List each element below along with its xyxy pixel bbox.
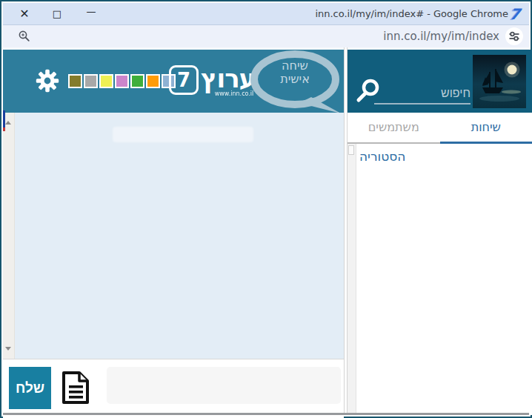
message-composer: שלח: [3, 359, 344, 418]
faint-watermark: [113, 127, 253, 142]
document-attach-button[interactable]: [61, 370, 90, 408]
arutz7-logo: 7 ערוץ www.inn.co.il: [169, 65, 255, 97]
chat-header: 7 ערוץ www.inn.co.il שיחה אישית: [3, 50, 344, 113]
maximize-window-button[interactable]: □: [47, 3, 67, 24]
tune-settings-icon[interactable]: [505, 27, 523, 45]
color-swatch[interactable]: [68, 74, 82, 88]
scroll-down-icon[interactable]: [5, 347, 11, 351]
sidebar-tabs: משתמשים שיחות: [348, 113, 532, 144]
chat-scrollbar[interactable]: [3, 113, 15, 359]
send-button[interactable]: שלח: [9, 367, 51, 409]
arutz7-favicon-icon: 7: [509, 5, 525, 22]
sidebar-scrollbar-thumb[interactable]: [348, 145, 354, 155]
left-edge-accent-blue: [3, 110, 5, 127]
tab-users[interactable]: משתמשים: [348, 113, 440, 144]
url-bar[interactable]: inn.co.il/my/im/index: [3, 25, 529, 48]
address-url[interactable]: inn.co.il/my/im/index: [383, 25, 499, 47]
avatar[interactable]: [473, 55, 526, 108]
sidebar-list: הסטוריה: [348, 144, 532, 415]
settings-gear-icon[interactable]: [36, 69, 59, 96]
search-input[interactable]: [374, 84, 471, 104]
message-input[interactable]: [107, 367, 341, 404]
bubble-line1: שיחה: [264, 59, 326, 73]
document-icon: [61, 370, 90, 405]
scroll-up-icon[interactable]: [5, 121, 11, 125]
title-bar: ✕ □ — inn.co.il/my/im/index# - Google Ch…: [3, 3, 529, 25]
logo-number-box: 7: [169, 65, 199, 95]
sidebar: משתמשים שיחות הסטוריה: [348, 50, 532, 415]
minimize-window-button[interactable]: —: [82, 1, 101, 22]
zoom-search-icon: [18, 30, 30, 45]
bubble-line2: אישית: [264, 73, 326, 86]
tab-chats[interactable]: שיחות: [440, 113, 532, 144]
color-swatch[interactable]: [146, 74, 160, 88]
sidebar-header: [348, 50, 532, 113]
color-swatch[interactable]: [130, 74, 144, 88]
color-palette: [68, 74, 177, 88]
window-title: inn.co.il/my/im/index# - Google Chrome: [315, 3, 508, 24]
browser-window: ✕ □ — inn.co.il/my/im/index# - Google Ch…: [0, 0, 532, 418]
chat-message-area: [3, 113, 344, 359]
color-swatch[interactable]: [115, 74, 129, 88]
left-edge-accent-red: [3, 127, 5, 131]
color-swatch[interactable]: [99, 74, 113, 88]
color-swatch[interactable]: [84, 74, 98, 88]
list-item-history[interactable]: הסטוריה: [359, 149, 405, 164]
sidebar-scrollbar[interactable]: [348, 144, 356, 415]
bubble-caption: שיחה אישית: [264, 59, 326, 87]
window-bottom-line: [3, 413, 529, 415]
close-window-button[interactable]: ✕: [15, 3, 34, 24]
